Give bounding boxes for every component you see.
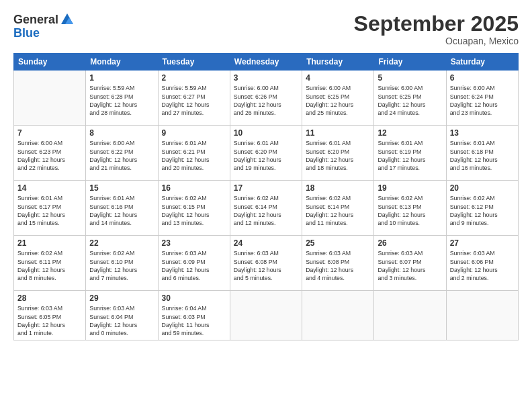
day-number: 10 bbox=[234, 128, 298, 138]
day-number: 3 bbox=[234, 73, 298, 83]
calendar-cell: 16Sunrise: 6:02 AMSunset: 6:15 PMDayligh… bbox=[158, 181, 230, 236]
weekday-header: Thursday bbox=[302, 54, 374, 71]
calendar-week-row: 14Sunrise: 6:01 AMSunset: 6:17 PMDayligh… bbox=[14, 181, 519, 236]
month-title: September 2025 bbox=[354, 12, 519, 36]
calendar-cell: 10Sunrise: 6:01 AMSunset: 6:20 PMDayligh… bbox=[230, 126, 302, 181]
day-info: Sunrise: 6:04 AMSunset: 6:03 PMDaylight:… bbox=[162, 304, 226, 337]
day-number: 21 bbox=[17, 238, 82, 248]
day-info: Sunrise: 6:01 AMSunset: 6:19 PMDaylight:… bbox=[378, 139, 442, 172]
calendar-cell: 11Sunrise: 6:01 AMSunset: 6:20 PMDayligh… bbox=[302, 126, 374, 181]
weekday-header: Wednesday bbox=[230, 54, 302, 71]
calendar-cell bbox=[230, 291, 302, 340]
weekday-header: Monday bbox=[86, 54, 158, 71]
day-info: Sunrise: 6:03 AMSunset: 6:08 PMDaylight:… bbox=[306, 249, 370, 282]
calendar-cell bbox=[446, 291, 518, 340]
logo-icon bbox=[60, 12, 75, 27]
calendar-cell: 18Sunrise: 6:02 AMSunset: 6:14 PMDayligh… bbox=[302, 181, 374, 236]
day-number: 14 bbox=[17, 183, 82, 193]
day-number: 4 bbox=[306, 73, 370, 83]
day-info: Sunrise: 6:01 AMSunset: 6:20 PMDaylight:… bbox=[234, 139, 298, 172]
page: General Blue September 2025 Ocuapan, Mex… bbox=[0, 0, 532, 411]
day-info: Sunrise: 6:00 AMSunset: 6:25 PMDaylight:… bbox=[306, 84, 370, 117]
day-info: Sunrise: 6:00 AMSunset: 6:24 PMDaylight:… bbox=[450, 84, 515, 117]
day-number: 25 bbox=[306, 238, 370, 248]
calendar-cell bbox=[302, 291, 374, 340]
day-number: 13 bbox=[450, 128, 515, 138]
day-info: Sunrise: 6:02 AMSunset: 6:11 PMDaylight:… bbox=[17, 249, 82, 282]
day-info: Sunrise: 6:02 AMSunset: 6:10 PMDaylight:… bbox=[89, 249, 154, 282]
day-info: Sunrise: 5:59 AMSunset: 6:28 PMDaylight:… bbox=[89, 84, 154, 117]
weekday-header: Saturday bbox=[446, 54, 518, 71]
calendar-cell: 27Sunrise: 6:03 AMSunset: 6:06 PMDayligh… bbox=[446, 236, 518, 291]
day-number: 29 bbox=[89, 293, 154, 303]
calendar-week-row: 21Sunrise: 6:02 AMSunset: 6:11 PMDayligh… bbox=[14, 236, 519, 291]
calendar-cell: 2Sunrise: 5:59 AMSunset: 6:27 PMDaylight… bbox=[158, 71, 230, 126]
day-info: Sunrise: 6:01 AMSunset: 6:21 PMDaylight:… bbox=[162, 139, 226, 172]
day-info: Sunrise: 6:02 AMSunset: 6:14 PMDaylight:… bbox=[306, 194, 370, 227]
calendar-cell: 29Sunrise: 6:03 AMSunset: 6:04 PMDayligh… bbox=[86, 291, 158, 340]
day-info: Sunrise: 6:01 AMSunset: 6:17 PMDaylight:… bbox=[17, 194, 82, 227]
calendar-cell: 5Sunrise: 6:00 AMSunset: 6:25 PMDaylight… bbox=[374, 71, 446, 126]
weekday-header: Friday bbox=[374, 54, 446, 71]
calendar-cell: 19Sunrise: 6:02 AMSunset: 6:13 PMDayligh… bbox=[374, 181, 446, 236]
day-number: 19 bbox=[378, 183, 442, 193]
day-number: 18 bbox=[306, 183, 370, 193]
day-info: Sunrise: 6:03 AMSunset: 6:09 PMDaylight:… bbox=[162, 249, 226, 282]
calendar-cell: 17Sunrise: 6:02 AMSunset: 6:14 PMDayligh… bbox=[230, 181, 302, 236]
day-number: 7 bbox=[17, 128, 82, 138]
day-number: 6 bbox=[450, 73, 515, 83]
day-number: 8 bbox=[89, 128, 154, 138]
calendar-cell bbox=[374, 291, 446, 340]
weekday-header: Sunday bbox=[14, 54, 86, 71]
day-info: Sunrise: 6:03 AMSunset: 6:06 PMDaylight:… bbox=[450, 249, 515, 282]
day-info: Sunrise: 6:01 AMSunset: 6:18 PMDaylight:… bbox=[450, 139, 515, 172]
day-number: 5 bbox=[378, 73, 442, 83]
day-info: Sunrise: 6:03 AMSunset: 6:04 PMDaylight:… bbox=[89, 304, 154, 337]
calendar-cell: 20Sunrise: 6:02 AMSunset: 6:12 PMDayligh… bbox=[446, 181, 518, 236]
day-info: Sunrise: 5:59 AMSunset: 6:27 PMDaylight:… bbox=[162, 84, 226, 117]
weekday-header: Tuesday bbox=[158, 54, 230, 71]
day-number: 20 bbox=[450, 183, 515, 193]
day-info: Sunrise: 6:02 AMSunset: 6:12 PMDaylight:… bbox=[450, 194, 515, 227]
calendar-cell: 6Sunrise: 6:00 AMSunset: 6:24 PMDaylight… bbox=[446, 71, 518, 126]
day-number: 26 bbox=[378, 238, 442, 248]
calendar-cell: 15Sunrise: 6:01 AMSunset: 6:16 PMDayligh… bbox=[86, 181, 158, 236]
day-info: Sunrise: 6:01 AMSunset: 6:20 PMDaylight:… bbox=[306, 139, 370, 172]
day-info: Sunrise: 6:00 AMSunset: 6:23 PMDaylight:… bbox=[17, 139, 82, 172]
calendar-cell: 25Sunrise: 6:03 AMSunset: 6:08 PMDayligh… bbox=[302, 236, 374, 291]
calendar-cell: 22Sunrise: 6:02 AMSunset: 6:10 PMDayligh… bbox=[86, 236, 158, 291]
calendar-cell: 24Sunrise: 6:03 AMSunset: 6:08 PMDayligh… bbox=[230, 236, 302, 291]
day-number: 11 bbox=[306, 128, 370, 138]
logo-general: General bbox=[13, 13, 58, 26]
calendar-cell: 26Sunrise: 6:03 AMSunset: 6:07 PMDayligh… bbox=[374, 236, 446, 291]
day-number: 22 bbox=[89, 238, 154, 248]
day-number: 15 bbox=[89, 183, 154, 193]
day-info: Sunrise: 6:03 AMSunset: 6:08 PMDaylight:… bbox=[234, 249, 298, 282]
day-info: Sunrise: 6:00 AMSunset: 6:25 PMDaylight:… bbox=[378, 84, 442, 117]
calendar: SundayMondayTuesdayWednesdayThursdayFrid… bbox=[13, 53, 519, 340]
day-number: 1 bbox=[89, 73, 154, 83]
day-info: Sunrise: 6:01 AMSunset: 6:16 PMDaylight:… bbox=[89, 194, 154, 227]
day-info: Sunrise: 6:00 AMSunset: 6:22 PMDaylight:… bbox=[89, 139, 154, 172]
location: Ocuapan, Mexico bbox=[354, 36, 519, 46]
logo-blue: Blue bbox=[13, 27, 75, 39]
calendar-cell: 13Sunrise: 6:01 AMSunset: 6:18 PMDayligh… bbox=[446, 126, 518, 181]
calendar-cell: 23Sunrise: 6:03 AMSunset: 6:09 PMDayligh… bbox=[158, 236, 230, 291]
calendar-cell: 21Sunrise: 6:02 AMSunset: 6:11 PMDayligh… bbox=[14, 236, 86, 291]
calendar-cell: 30Sunrise: 6:04 AMSunset: 6:03 PMDayligh… bbox=[158, 291, 230, 340]
calendar-cell: 1Sunrise: 5:59 AMSunset: 6:28 PMDaylight… bbox=[86, 71, 158, 126]
day-info: Sunrise: 6:02 AMSunset: 6:13 PMDaylight:… bbox=[378, 194, 442, 227]
day-info: Sunrise: 6:03 AMSunset: 6:05 PMDaylight:… bbox=[17, 304, 82, 337]
header: General Blue September 2025 Ocuapan, Mex… bbox=[13, 12, 519, 46]
calendar-cell: 8Sunrise: 6:00 AMSunset: 6:22 PMDaylight… bbox=[86, 126, 158, 181]
calendar-cell: 3Sunrise: 6:00 AMSunset: 6:26 PMDaylight… bbox=[230, 71, 302, 126]
day-number: 9 bbox=[162, 128, 226, 138]
calendar-cell: 4Sunrise: 6:00 AMSunset: 6:25 PMDaylight… bbox=[302, 71, 374, 126]
calendar-cell: 12Sunrise: 6:01 AMSunset: 6:19 PMDayligh… bbox=[374, 126, 446, 181]
calendar-week-row: 1Sunrise: 5:59 AMSunset: 6:28 PMDaylight… bbox=[14, 71, 519, 126]
title-area: September 2025 Ocuapan, Mexico bbox=[354, 12, 519, 46]
day-number: 12 bbox=[378, 128, 442, 138]
day-number: 23 bbox=[162, 238, 226, 248]
calendar-week-row: 28Sunrise: 6:03 AMSunset: 6:05 PMDayligh… bbox=[14, 291, 519, 340]
day-number: 16 bbox=[162, 183, 226, 193]
